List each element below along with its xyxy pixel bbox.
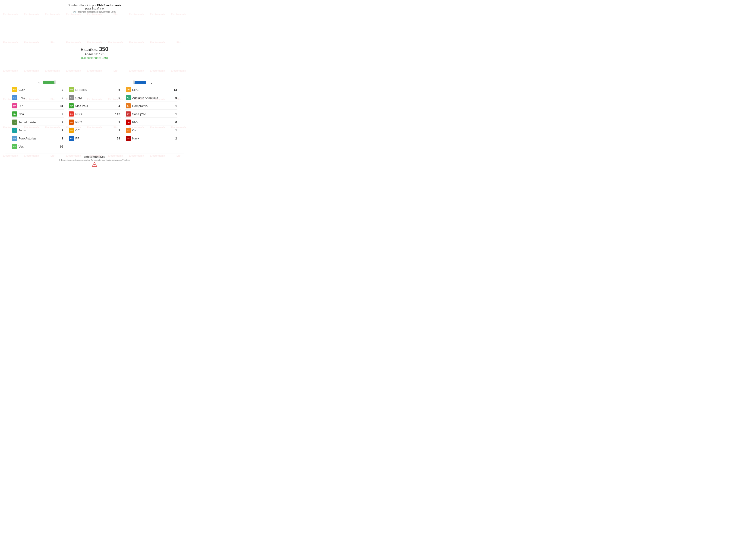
party-icon: N+ bbox=[126, 136, 131, 141]
party-name: PP bbox=[75, 137, 113, 140]
party-seats: 9 bbox=[57, 129, 63, 132]
party-icon: Co bbox=[126, 103, 131, 108]
party-seats: 112 bbox=[114, 112, 120, 116]
party-icon: VO bbox=[12, 144, 17, 149]
party-icon: ER bbox=[126, 87, 131, 92]
party-icon: MP bbox=[69, 103, 74, 108]
svg-text:2: 2 bbox=[38, 82, 40, 84]
party-seats: 13 bbox=[171, 88, 177, 92]
party-name: BNG bbox=[19, 96, 56, 100]
footer-logo bbox=[92, 162, 97, 167]
party-icon: bn bbox=[12, 95, 17, 100]
legend-item: CsCs1 bbox=[125, 127, 177, 134]
main-container: Sondeo difundido por EM- Electomanía par… bbox=[0, 0, 189, 170]
legend-item bbox=[68, 143, 120, 150]
party-name: Soria ¡YA! bbox=[132, 112, 170, 116]
legend-item: SYSoria ¡YA!1 bbox=[125, 110, 177, 118]
party-seats: 58 bbox=[114, 137, 120, 140]
footer: electomania.es © Todos los derechos rese… bbox=[5, 154, 184, 167]
party-name: Más País bbox=[75, 104, 113, 108]
party-seats: 2 bbox=[57, 120, 63, 124]
party-seats: 31 bbox=[57, 104, 63, 108]
party-name: ERC bbox=[132, 88, 170, 92]
party-seats: 2 bbox=[57, 96, 63, 100]
party-seats: 2 bbox=[57, 88, 63, 92]
legend-grid: CUCUP2EHEH Bildu6ERERC13bnBNG2CpCpM0AAAd… bbox=[12, 86, 177, 150]
party-name: Nav+ bbox=[132, 137, 170, 140]
next-elections-text: Próximas elecciones: Noviembre 2023 bbox=[77, 11, 116, 13]
party-name: EH Bildu bbox=[75, 88, 113, 92]
svg-point-15 bbox=[94, 166, 95, 166]
party-name: CC bbox=[75, 129, 113, 132]
header-title: Sondeo difundido por EM- Electomanía bbox=[5, 3, 184, 7]
legend-item: FAForo Asturias1 bbox=[12, 135, 64, 142]
legend-item: CCCC1 bbox=[68, 127, 120, 134]
party-seats: 1 bbox=[171, 129, 177, 132]
next-elections-icon: 🕐 bbox=[73, 11, 76, 13]
party-seats: 6 bbox=[171, 120, 177, 124]
sondeo-prefix: Sondeo difundido por bbox=[68, 3, 96, 7]
header: Sondeo difundido por EM- Electomanía par… bbox=[5, 3, 184, 13]
legend-item: PNPNV6 bbox=[125, 119, 177, 126]
party-name: CUP bbox=[19, 88, 56, 92]
party-icon: EH bbox=[69, 87, 74, 92]
legend-item: UPUP31 bbox=[12, 102, 64, 110]
brand-name: EM- Electomanía bbox=[97, 3, 121, 7]
party-icon: PR bbox=[69, 120, 74, 125]
party-seats: 0 bbox=[171, 96, 177, 100]
legend-item: CoCompromis1 bbox=[125, 102, 177, 110]
party-name: PRC bbox=[75, 120, 113, 124]
party-name: Junts bbox=[19, 129, 56, 132]
party-seats: 95 bbox=[57, 145, 63, 148]
party-name: Compromis bbox=[132, 104, 170, 108]
party-icon: AA bbox=[126, 95, 131, 100]
party-icon: TE bbox=[12, 120, 17, 125]
party-icon: CC bbox=[69, 128, 74, 133]
party-icon: PN bbox=[126, 120, 131, 125]
party-icon: Cp bbox=[69, 95, 74, 100]
legend-item: JJunts9 bbox=[12, 127, 64, 134]
party-icon: UP bbox=[12, 103, 17, 108]
party-name: Nca bbox=[19, 112, 56, 116]
legend-item: CpCpM0 bbox=[68, 94, 120, 101]
party-seats: 1 bbox=[114, 120, 120, 124]
party-icon: J bbox=[12, 128, 17, 133]
parliament-chart: 953113112589126112222 Escaños: 350 Absol… bbox=[30, 14, 159, 84]
party-name: CpM bbox=[75, 96, 113, 100]
legend-item: CUCUP2 bbox=[12, 86, 64, 93]
party-name: PNV bbox=[132, 120, 170, 124]
party-name: Teruel Existe bbox=[19, 120, 56, 124]
party-icon: Nc bbox=[12, 111, 17, 117]
party-seats: 2 bbox=[57, 112, 63, 116]
party-name: Adelante Andalucía bbox=[132, 96, 170, 100]
party-seats: 4 bbox=[114, 104, 120, 108]
legend-item: MPMás País4 bbox=[68, 102, 120, 110]
party-icon: Cs bbox=[126, 128, 131, 133]
party-seats: 1 bbox=[114, 129, 120, 132]
legend-item: ERERC13 bbox=[125, 86, 177, 93]
party-icon: FA bbox=[12, 136, 17, 141]
legend-item: PPPP58 bbox=[68, 135, 120, 142]
header-subtitle: para España bbox=[5, 7, 184, 10]
svg-text:2: 2 bbox=[151, 83, 152, 84]
party-seats: 1 bbox=[171, 104, 177, 108]
party-name: Foro Asturias bbox=[19, 137, 56, 140]
party-seats: 2 bbox=[171, 137, 177, 140]
chart-svg: 953113112589126112222 bbox=[30, 14, 159, 84]
legend-item: NcNca2 bbox=[12, 110, 64, 118]
legend-item: PRPRC1 bbox=[68, 119, 120, 126]
party-name: UP bbox=[19, 104, 56, 108]
legend-item: TETeruel Existe2 bbox=[12, 119, 64, 126]
party-icon: CU bbox=[12, 87, 17, 92]
party-seats: 1 bbox=[57, 137, 63, 140]
legend-item bbox=[125, 143, 177, 150]
party-seats: 6 bbox=[114, 88, 120, 92]
header-next-elections: 🕐 Próximas elecciones: Noviembre 2023 bbox=[5, 11, 184, 13]
legend-item: N+Nav+2 bbox=[125, 135, 177, 142]
footer-url: electomania.es bbox=[5, 155, 184, 158]
party-icon: PS bbox=[69, 111, 74, 117]
bullet-icon bbox=[102, 8, 104, 9]
legend-item: bnBNG2 bbox=[12, 94, 64, 101]
party-name: Cs bbox=[132, 129, 170, 132]
footer-rights: © Todos los derechos reservados. Se perm… bbox=[5, 159, 184, 161]
